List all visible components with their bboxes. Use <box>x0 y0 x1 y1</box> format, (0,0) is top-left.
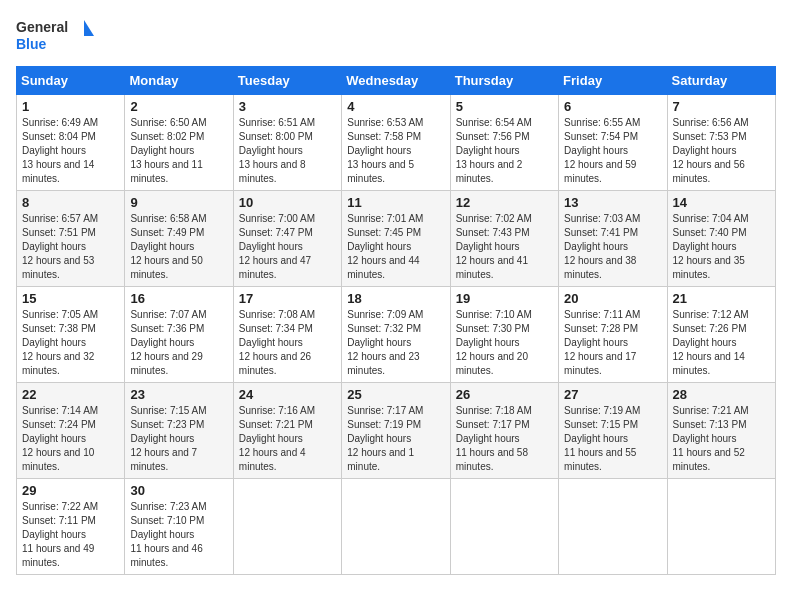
day-number: 20 <box>564 291 661 306</box>
day-info: Sunrise: 6:58 AM Sunset: 7:49 PM Dayligh… <box>130 212 227 282</box>
day-cell-13: 13 Sunrise: 7:03 AM Sunset: 7:41 PM Dayl… <box>559 191 667 287</box>
weekday-header-monday: Monday <box>125 67 233 95</box>
day-cell-1: 1 Sunrise: 6:49 AM Sunset: 8:04 PM Dayli… <box>17 95 125 191</box>
day-cell-14: 14 Sunrise: 7:04 AM Sunset: 7:40 PM Dayl… <box>667 191 775 287</box>
day-info: Sunrise: 6:55 AM Sunset: 7:54 PM Dayligh… <box>564 116 661 186</box>
day-number: 6 <box>564 99 661 114</box>
day-number: 26 <box>456 387 553 402</box>
day-number: 1 <box>22 99 119 114</box>
day-number: 22 <box>22 387 119 402</box>
svg-text:General: General <box>16 19 68 35</box>
day-number: 16 <box>130 291 227 306</box>
day-number: 7 <box>673 99 770 114</box>
day-info: Sunrise: 6:50 AM Sunset: 8:02 PM Dayligh… <box>130 116 227 186</box>
logo: General Blue <box>16 16 96 56</box>
weekday-header-thursday: Thursday <box>450 67 558 95</box>
calendar-week-4: 22 Sunrise: 7:14 AM Sunset: 7:24 PM Dayl… <box>17 383 776 479</box>
day-info: Sunrise: 6:51 AM Sunset: 8:00 PM Dayligh… <box>239 116 336 186</box>
day-cell-6: 6 Sunrise: 6:55 AM Sunset: 7:54 PM Dayli… <box>559 95 667 191</box>
day-cell-5: 5 Sunrise: 6:54 AM Sunset: 7:56 PM Dayli… <box>450 95 558 191</box>
day-number: 11 <box>347 195 444 210</box>
day-info: Sunrise: 7:18 AM Sunset: 7:17 PM Dayligh… <box>456 404 553 474</box>
day-number: 14 <box>673 195 770 210</box>
day-info: Sunrise: 7:03 AM Sunset: 7:41 PM Dayligh… <box>564 212 661 282</box>
day-info: Sunrise: 7:23 AM Sunset: 7:10 PM Dayligh… <box>130 500 227 570</box>
day-number: 13 <box>564 195 661 210</box>
day-cell-27: 27 Sunrise: 7:19 AM Sunset: 7:15 PM Dayl… <box>559 383 667 479</box>
day-cell-28: 28 Sunrise: 7:21 AM Sunset: 7:13 PM Dayl… <box>667 383 775 479</box>
day-cell-30: 30 Sunrise: 7:23 AM Sunset: 7:10 PM Dayl… <box>125 479 233 575</box>
day-info: Sunrise: 7:08 AM Sunset: 7:34 PM Dayligh… <box>239 308 336 378</box>
page-header: General Blue <box>16 16 776 56</box>
day-info: Sunrise: 6:53 AM Sunset: 7:58 PM Dayligh… <box>347 116 444 186</box>
day-number: 8 <box>22 195 119 210</box>
day-cell-8: 8 Sunrise: 6:57 AM Sunset: 7:51 PM Dayli… <box>17 191 125 287</box>
day-number: 21 <box>673 291 770 306</box>
day-number: 17 <box>239 291 336 306</box>
calendar-week-2: 8 Sunrise: 6:57 AM Sunset: 7:51 PM Dayli… <box>17 191 776 287</box>
svg-text:Blue: Blue <box>16 36 47 52</box>
day-number: 28 <box>673 387 770 402</box>
day-info: Sunrise: 6:49 AM Sunset: 8:04 PM Dayligh… <box>22 116 119 186</box>
day-cell-7: 7 Sunrise: 6:56 AM Sunset: 7:53 PM Dayli… <box>667 95 775 191</box>
weekday-header-wednesday: Wednesday <box>342 67 450 95</box>
empty-cell <box>667 479 775 575</box>
day-cell-17: 17 Sunrise: 7:08 AM Sunset: 7:34 PM Dayl… <box>233 287 341 383</box>
weekday-header-friday: Friday <box>559 67 667 95</box>
day-info: Sunrise: 7:07 AM Sunset: 7:36 PM Dayligh… <box>130 308 227 378</box>
day-cell-23: 23 Sunrise: 7:15 AM Sunset: 7:23 PM Dayl… <box>125 383 233 479</box>
day-cell-29: 29 Sunrise: 7:22 AM Sunset: 7:11 PM Dayl… <box>17 479 125 575</box>
calendar-week-3: 15 Sunrise: 7:05 AM Sunset: 7:38 PM Dayl… <box>17 287 776 383</box>
day-cell-3: 3 Sunrise: 6:51 AM Sunset: 8:00 PM Dayli… <box>233 95 341 191</box>
empty-cell <box>559 479 667 575</box>
day-info: Sunrise: 7:19 AM Sunset: 7:15 PM Dayligh… <box>564 404 661 474</box>
day-info: Sunrise: 7:12 AM Sunset: 7:26 PM Dayligh… <box>673 308 770 378</box>
day-cell-19: 19 Sunrise: 7:10 AM Sunset: 7:30 PM Dayl… <box>450 287 558 383</box>
day-number: 2 <box>130 99 227 114</box>
day-cell-22: 22 Sunrise: 7:14 AM Sunset: 7:24 PM Dayl… <box>17 383 125 479</box>
day-info: Sunrise: 7:04 AM Sunset: 7:40 PM Dayligh… <box>673 212 770 282</box>
day-info: Sunrise: 7:09 AM Sunset: 7:32 PM Dayligh… <box>347 308 444 378</box>
day-info: Sunrise: 7:00 AM Sunset: 7:47 PM Dayligh… <box>239 212 336 282</box>
day-info: Sunrise: 7:15 AM Sunset: 7:23 PM Dayligh… <box>130 404 227 474</box>
day-cell-26: 26 Sunrise: 7:18 AM Sunset: 7:17 PM Dayl… <box>450 383 558 479</box>
day-info: Sunrise: 7:01 AM Sunset: 7:45 PM Dayligh… <box>347 212 444 282</box>
empty-cell <box>233 479 341 575</box>
day-cell-12: 12 Sunrise: 7:02 AM Sunset: 7:43 PM Dayl… <box>450 191 558 287</box>
day-number: 10 <box>239 195 336 210</box>
day-info: Sunrise: 7:05 AM Sunset: 7:38 PM Dayligh… <box>22 308 119 378</box>
day-cell-25: 25 Sunrise: 7:17 AM Sunset: 7:19 PM Dayl… <box>342 383 450 479</box>
day-cell-2: 2 Sunrise: 6:50 AM Sunset: 8:02 PM Dayli… <box>125 95 233 191</box>
calendar-week-5: 29 Sunrise: 7:22 AM Sunset: 7:11 PM Dayl… <box>17 479 776 575</box>
empty-cell <box>342 479 450 575</box>
day-info: Sunrise: 7:22 AM Sunset: 7:11 PM Dayligh… <box>22 500 119 570</box>
day-info: Sunrise: 6:54 AM Sunset: 7:56 PM Dayligh… <box>456 116 553 186</box>
day-number: 12 <box>456 195 553 210</box>
day-number: 27 <box>564 387 661 402</box>
weekday-header-saturday: Saturday <box>667 67 775 95</box>
day-cell-4: 4 Sunrise: 6:53 AM Sunset: 7:58 PM Dayli… <box>342 95 450 191</box>
day-info: Sunrise: 7:17 AM Sunset: 7:19 PM Dayligh… <box>347 404 444 474</box>
day-cell-24: 24 Sunrise: 7:16 AM Sunset: 7:21 PM Dayl… <box>233 383 341 479</box>
day-cell-9: 9 Sunrise: 6:58 AM Sunset: 7:49 PM Dayli… <box>125 191 233 287</box>
day-number: 25 <box>347 387 444 402</box>
empty-cell <box>450 479 558 575</box>
day-cell-11: 11 Sunrise: 7:01 AM Sunset: 7:45 PM Dayl… <box>342 191 450 287</box>
day-number: 19 <box>456 291 553 306</box>
calendar-table: SundayMondayTuesdayWednesdayThursdayFrid… <box>16 66 776 575</box>
day-number: 24 <box>239 387 336 402</box>
day-number: 9 <box>130 195 227 210</box>
day-info: Sunrise: 6:57 AM Sunset: 7:51 PM Dayligh… <box>22 212 119 282</box>
svg-marker-2 <box>84 20 94 36</box>
day-number: 5 <box>456 99 553 114</box>
day-cell-18: 18 Sunrise: 7:09 AM Sunset: 7:32 PM Dayl… <box>342 287 450 383</box>
day-cell-15: 15 Sunrise: 7:05 AM Sunset: 7:38 PM Dayl… <box>17 287 125 383</box>
day-info: Sunrise: 7:16 AM Sunset: 7:21 PM Dayligh… <box>239 404 336 474</box>
day-number: 4 <box>347 99 444 114</box>
day-number: 18 <box>347 291 444 306</box>
weekday-header-sunday: Sunday <box>17 67 125 95</box>
day-number: 15 <box>22 291 119 306</box>
calendar-week-1: 1 Sunrise: 6:49 AM Sunset: 8:04 PM Dayli… <box>17 95 776 191</box>
day-cell-20: 20 Sunrise: 7:11 AM Sunset: 7:28 PM Dayl… <box>559 287 667 383</box>
day-info: Sunrise: 7:02 AM Sunset: 7:43 PM Dayligh… <box>456 212 553 282</box>
